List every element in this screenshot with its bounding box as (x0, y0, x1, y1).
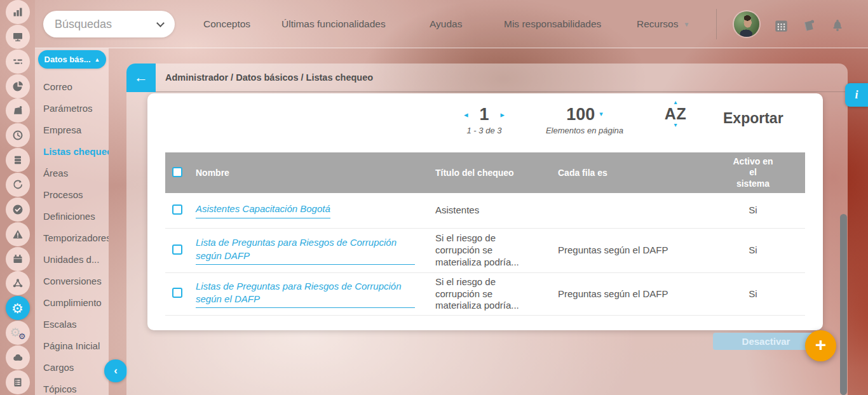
row-activo: Si (704, 204, 802, 217)
bar-chart-icon[interactable] (6, 0, 30, 24)
page-range: 1 - 3 de 3 (446, 126, 522, 135)
nav-ayudas[interactable]: Ayudas (430, 0, 462, 48)
sidebar-item-temporizadores[interactable]: Temporizadores (35, 227, 109, 249)
toolbox-icon[interactable] (6, 247, 30, 271)
presentation-icon[interactable] (6, 25, 30, 49)
checklist-table: Nombre Título del chequeo Cada fila es A… (165, 152, 805, 316)
sort-toggle[interactable]: ▴ AZ ▾ (656, 99, 695, 128)
calendar-icon[interactable] (772, 17, 790, 34)
list-toolbar: ◂ 1 ▸ 1 - 3 de 3 100 ▾ Elementos en pági… (147, 93, 823, 152)
header-titulo: Título del chequeo (424, 168, 545, 178)
add-button[interactable]: + (805, 330, 836, 361)
page-next-icon[interactable]: ▸ (501, 110, 505, 119)
plus-icon: + (815, 334, 827, 356)
sidebar-item-topicos[interactable]: Tópicos (35, 378, 109, 395)
page-size-label: Elementos en página (531, 126, 639, 135)
alert-triangle-icon[interactable] (6, 222, 30, 246)
chevron-left-icon: ‹ (114, 365, 118, 377)
row-name-link[interactable]: Lista de Preguntas para Riesgos de Corru… (196, 236, 415, 265)
row-activo: Si (704, 288, 802, 300)
pager: ◂ 1 ▸ 1 - 3 de 3 (446, 105, 522, 135)
chevron-down-icon (156, 19, 165, 27)
sidebar-menu: Correo Parámetros Empresa Listas chequeo… (35, 76, 109, 395)
sidebar-item-cumplimiento[interactable]: Cumplimiento (35, 292, 109, 314)
list-form-icon[interactable] (6, 370, 30, 394)
topbar-divider (716, 9, 717, 39)
sidebar-item-conversiones[interactable]: Conversiones (35, 271, 109, 292)
row-cada-fila: Preguntas según el DAFP (545, 288, 704, 300)
topbar: Búsquedas Conceptos Últimas funcionalida… (35, 0, 868, 48)
header-nombre: Nombre (196, 168, 424, 178)
database-icon[interactable] (6, 148, 30, 172)
vertical-scrollbar[interactable] (840, 214, 847, 395)
breadcrumb-bar: ← Administrador / Datos básicos / Listas… (126, 64, 848, 92)
nav-recursos[interactable]: Recursos ▼ (637, 0, 689, 48)
export-button[interactable]: Exportar (723, 110, 783, 127)
page-size-dropdown[interactable]: 100 ▾ Elementos en página (531, 105, 639, 135)
bell-icon[interactable] (829, 17, 846, 34)
back-button[interactable]: ← (126, 64, 156, 92)
gear-icon[interactable]: ⚙ (6, 296, 30, 320)
sidebar: Datos bás... ▲ Correo Parámetros Empresa… (35, 48, 109, 395)
main-panel: ← Administrador / Datos básicos / Listas… (126, 64, 848, 395)
sort-label: AZ (656, 105, 695, 122)
nav-mis-responsabilidades[interactable]: Mis responsabilidades (504, 0, 601, 48)
share-nodes-icon[interactable] (6, 271, 30, 295)
icon-rail: ⚙ ⚙⚙ (0, 0, 35, 395)
table-row: Lista de Preguntas para Riesgos de Corru… (165, 229, 805, 273)
row-name-link[interactable]: Asistentes Capacitación Bogotá (196, 203, 330, 218)
sidebar-item-areas[interactable]: Áreas (35, 163, 109, 184)
table-row: Asistentes Capacitación Bogotá Asistente… (165, 193, 805, 229)
search-dropdown-label: Búsquedas (55, 18, 158, 31)
sidebar-group-datos-basicos[interactable]: Datos bás... ▲ (38, 50, 106, 69)
sidebar-item-definiciones[interactable]: Definiciones (35, 206, 109, 227)
sidebar-collapse-button[interactable]: ‹ (104, 359, 127, 382)
breadcrumb: Administrador / Datos básicos / Listas c… (165, 72, 373, 83)
check-circle-icon[interactable] (6, 198, 30, 222)
list-card: ◂ 1 ▸ 1 - 3 de 3 100 ▾ Elementos en pági… (147, 93, 823, 330)
user-avatar[interactable] (734, 11, 759, 37)
sidebar-item-cargos[interactable]: Cargos (35, 357, 109, 378)
gallery-icon[interactable] (6, 98, 30, 123)
current-page: 1 (479, 105, 489, 124)
caret-down-icon: ▼ (683, 21, 689, 28)
header-activo: Activo en el sistema (704, 156, 802, 190)
sidebar-item-correo[interactable]: Correo (35, 76, 109, 98)
sync-icon[interactable] (6, 173, 30, 197)
nav-ultimas-funcionalidades[interactable]: Últimas funcionalidades (281, 0, 386, 48)
row-checkbox[interactable] (172, 288, 182, 298)
sidebar-item-procesos[interactable]: Procesos (35, 184, 109, 206)
row-titulo: Asistentes (424, 204, 545, 217)
sidebar-item-unidades[interactable]: Unidades d... (35, 249, 109, 271)
pie-chart-icon[interactable] (6, 74, 30, 98)
sidebar-item-pagina-inicial[interactable]: Página Inicial (35, 335, 109, 357)
header-cada-fila: Cada fila es (545, 168, 704, 178)
row-name-link[interactable]: Listas de Preguntas para Riesgos de Corr… (196, 280, 415, 309)
sidebar-item-escalas[interactable]: Escalas (35, 314, 109, 335)
clock-icon[interactable] (6, 123, 30, 147)
search-dropdown[interactable]: Búsquedas (43, 11, 175, 37)
row-checkbox[interactable] (172, 204, 182, 215)
page-size-value: 100 (566, 105, 595, 124)
sidebar-item-empresa[interactable]: Empresa (35, 119, 109, 141)
row-checkbox[interactable] (172, 244, 182, 255)
caret-up-icon: ▲ (95, 57, 100, 63)
row-titulo: Si el riesgo de corrupción se materializ… (424, 276, 545, 312)
sidebar-item-listas-chequeo[interactable]: Listas chequeo (35, 141, 109, 163)
row-activo: Si (704, 244, 802, 257)
deactivate-button[interactable]: Desactivar (713, 333, 819, 350)
gears-pair-icon[interactable]: ⚙⚙ (6, 321, 30, 345)
cloud-icon[interactable] (6, 345, 30, 370)
nav-conceptos[interactable]: Conceptos (203, 0, 250, 48)
caret-down-icon: ▾ (656, 122, 695, 128)
info-icon: i (855, 88, 858, 102)
info-tab[interactable]: i (845, 83, 868, 107)
notes-board-icon[interactable] (800, 17, 818, 34)
sidebar-item-parametros[interactable]: Parámetros (35, 98, 109, 119)
select-all-checkbox[interactable] (172, 167, 182, 177)
page-prev-icon[interactable]: ◂ (464, 110, 468, 119)
caret-down-icon: ▾ (599, 110, 603, 118)
table-header-row: Nombre Título del chequeo Cada fila es A… (165, 152, 805, 193)
table-row: Listas de Preguntas para Riesgos de Corr… (165, 273, 805, 316)
sliders-icon[interactable] (6, 50, 30, 74)
